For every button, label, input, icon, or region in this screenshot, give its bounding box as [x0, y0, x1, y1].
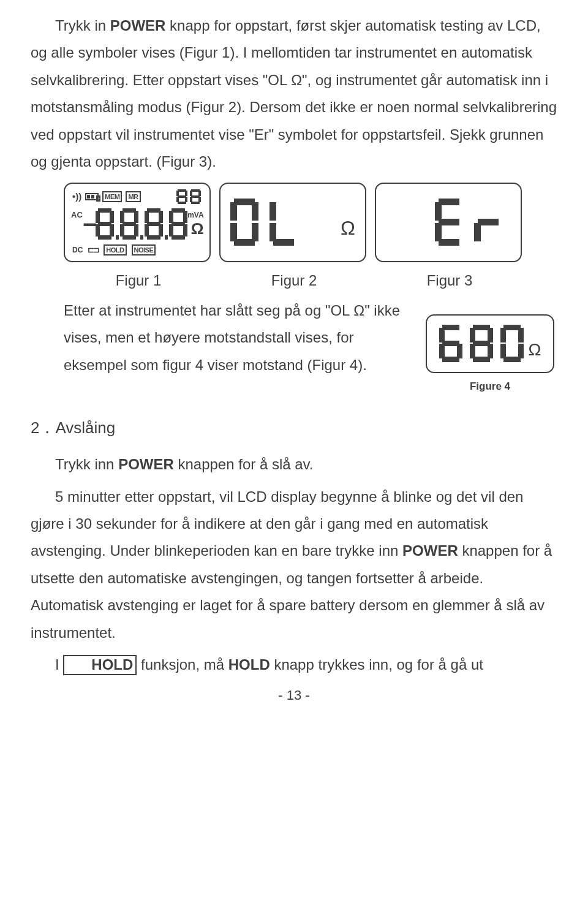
paragraph-intro: Trykk in POWER knapp for oppstart, først…: [31, 12, 557, 175]
svg-rect-8: [190, 191, 192, 196]
svg-rect-53: [273, 239, 294, 246]
paragraph-hold: I HOLD funksjon, må HOLD knapp trykkes i…: [31, 651, 557, 678]
caption-fig1: Figur 1: [65, 267, 212, 294]
svg-rect-49: [252, 223, 258, 241]
svg-rect-41: [172, 235, 185, 240]
after-on-block: Etter at instrumentet har slått seg på o…: [31, 297, 557, 396]
svg-rect-24: [123, 222, 136, 226]
fig1-top-row: •)) MEM MR: [69, 188, 206, 205]
svg-rect-70: [473, 341, 490, 346]
caption-fig2: Figur 2: [221, 267, 368, 294]
svg-rect-62: [439, 328, 445, 343]
figures-row: •)) MEM MR AC −: [64, 183, 557, 262]
svg-rect-50: [234, 239, 255, 246]
mva-label: mVA: [187, 211, 203, 219]
svg-rect-74: [503, 325, 521, 330]
svg-rect-55: [435, 202, 442, 221]
svg-rect-3: [178, 195, 186, 198]
text-segment: Trykk in: [55, 17, 110, 34]
svg-rect-18: [96, 224, 100, 237]
svg-rect-38: [172, 222, 185, 226]
svg-rect-7: [191, 189, 200, 192]
svg-rect-15: [96, 211, 100, 223]
svg-rect-37: [183, 211, 187, 223]
svg-rect-65: [457, 344, 462, 358]
svg-rect-17: [98, 222, 111, 226]
power-keyword: POWER: [110, 17, 166, 34]
section-2-body: Trykk inn POWER knappen for å slå av. 5 …: [31, 451, 557, 678]
ohm-label: Ω: [529, 334, 541, 372]
svg-rect-77: [500, 344, 506, 358]
power-keyword: POWER: [402, 542, 458, 559]
text-segment: funksjon, må: [137, 656, 228, 673]
text-segment: knappen for å slå av.: [174, 456, 314, 472]
svg-rect-59: [478, 219, 499, 225]
section-dot: ．: [39, 418, 55, 437]
svg-rect-73: [473, 357, 490, 362]
figure-4-column: Ω Figure 4: [423, 314, 557, 396]
svg-rect-79: [503, 357, 521, 362]
svg-rect-67: [473, 325, 490, 330]
svg-rect-78: [518, 344, 524, 358]
svg-rect-72: [488, 344, 493, 358]
svg-rect-22: [120, 211, 124, 223]
svg-rect-71: [470, 344, 475, 358]
svg-rect-0: [178, 189, 186, 192]
svg-rect-16: [110, 211, 114, 223]
svg-rect-26: [134, 224, 138, 237]
svg-rect-29: [145, 211, 149, 223]
noise-indicator: NOISE: [132, 244, 156, 255]
svg-rect-31: [147, 222, 160, 226]
hold-keyword: HOLD: [228, 656, 270, 673]
svg-rect-11: [190, 197, 192, 202]
svg-rect-25: [120, 224, 124, 237]
svg-rect-57: [435, 223, 442, 241]
svg-rect-33: [159, 224, 163, 237]
svg-rect-36: [169, 211, 173, 223]
svg-rect-63: [442, 341, 459, 346]
svg-rect-76: [518, 328, 524, 343]
lcd-figure-2: Ω: [219, 183, 366, 262]
battery-icon: [85, 193, 99, 200]
svg-rect-39: [169, 224, 173, 237]
section-number: 2: [31, 418, 39, 437]
svg-rect-75: [500, 328, 506, 343]
lcd-figure-1: •)) MEM MR AC −: [64, 183, 211, 262]
fig1-units: mVA Ω: [187, 211, 203, 237]
mem-indicator: MEM: [102, 191, 122, 202]
svg-rect-21: [123, 208, 136, 213]
paragraph-auto-off: 5 minutter etter oppstart, vil LCD displ…: [31, 483, 557, 646]
after-on-text: Etter at instrumentet har slått seg på o…: [31, 297, 408, 379]
minus-icon: −: [83, 219, 97, 229]
svg-rect-28: [147, 208, 160, 213]
ohm-label: Ω: [341, 210, 355, 246]
fig1-bottom-row: DC ⊏⊐ HOLD NOISE: [69, 243, 206, 257]
svg-rect-23: [134, 211, 138, 223]
svg-rect-30: [159, 211, 163, 223]
svg-rect-27: [123, 235, 136, 240]
svg-rect-32: [145, 224, 149, 237]
text-segment: knapp for oppstart, først skjer automati…: [31, 17, 557, 170]
hold-box-indicator: HOLD: [63, 655, 137, 675]
svg-rect-19: [110, 224, 114, 237]
svg-rect-6: [178, 202, 186, 204]
lcd-figure-4: Ω: [426, 314, 554, 373]
power-keyword: POWER: [118, 456, 174, 472]
svg-rect-12: [198, 197, 201, 202]
text-segment: I: [55, 656, 63, 673]
svg-rect-56: [439, 219, 459, 225]
svg-rect-47: [252, 202, 258, 221]
figure-captions: Figur 1 Figur 2 Figur 3: [65, 267, 557, 294]
svg-rect-60: [474, 223, 481, 241]
svg-rect-14: [98, 208, 111, 213]
svg-rect-1: [176, 191, 179, 196]
lcd-figure-3: [375, 183, 522, 262]
text-segment: knapp trykkes inn, og for å gå ut: [270, 656, 483, 673]
svg-rect-54: [439, 199, 459, 205]
svg-rect-13: [191, 202, 200, 204]
section-2-heading: 2．Avslåing: [31, 413, 557, 442]
svg-rect-69: [488, 328, 493, 343]
page-number: - 13 -: [31, 683, 557, 708]
ohm-label: Ω: [191, 220, 204, 238]
svg-rect-2: [185, 191, 187, 196]
